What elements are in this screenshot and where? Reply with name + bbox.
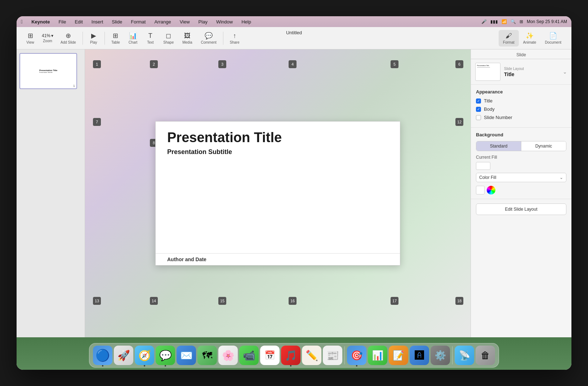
dock: 🔵 🚀 🧭 💬 ✉️ 🗺 [89, 343, 499, 368]
dock-icon-news[interactable]: 📰 [323, 346, 342, 365]
dock-icon-keynote[interactable]: 🎯 [347, 346, 366, 365]
menu-window[interactable]: Window [215, 18, 234, 25]
format-tab-button[interactable]: 🖌 Format [499, 30, 519, 47]
rp-colorwheel-swatch[interactable] [487, 186, 495, 194]
menu-keynote[interactable]: Keynote [30, 18, 51, 25]
rp-background-title: Background [476, 132, 566, 137]
rp-body-checkbox-row: Body [476, 106, 566, 112]
slide-subtitle[interactable]: Presentation Subtitle [167, 148, 388, 156]
rp-white-swatch[interactable] [476, 186, 485, 194]
dock-icon-finder[interactable]: 🔵 [93, 346, 112, 365]
dock-icon-facetime[interactable]: 📹 [239, 346, 259, 365]
dock-icon-photos[interactable]: 🌸 [218, 346, 238, 365]
siri-icon[interactable]: 🎤 [481, 19, 487, 24]
right-panel-tabs: 🖌 Format ✨ Animate 📄 Document [499, 30, 566, 47]
rp-appearance-section: Appearance Title Body Slide Number [471, 85, 571, 128]
media-button[interactable]: 🖼 Media [179, 30, 196, 47]
play-icon: ▶ [91, 32, 96, 40]
rp-layout-thumb-line [477, 67, 490, 67]
dock-icon-airdrop[interactable]: 📡 [455, 346, 474, 365]
dock-icon-safari[interactable]: 🧭 [135, 346, 154, 365]
rp-background-section: Background Standard Dynamic Current Fill… [471, 128, 571, 199]
rp-layout-name: Title [504, 71, 559, 77]
animate-icon: ✨ [526, 32, 534, 40]
chart-button[interactable]: 📊 Chart [125, 30, 141, 47]
rp-title-checkbox[interactable] [476, 98, 481, 104]
rp-edit-layout-btn[interactable]: Edit Slide Layout [476, 203, 566, 215]
slide-canvas[interactable]: Presentation Title Presentation Subtitle… [155, 121, 400, 266]
dock-icon-messages[interactable]: 💬 [156, 346, 175, 365]
shape-button[interactable]: ◻ Shape [160, 30, 177, 47]
menu-play[interactable]: Play [197, 18, 209, 25]
zoom-value[interactable]: 41% ▾ [42, 33, 53, 38]
slide-main-content: Presentation Title Presentation Subtitle [156, 122, 400, 253]
toolbar-separator-1 [83, 32, 83, 45]
text-button[interactable]: T Text [142, 30, 158, 47]
menubar-right: 🎤 ▮▮▮ 📶 🔍 ⊞ Mon Sep 25 9:41 AM [481, 19, 567, 24]
guide-num-15: 15 [218, 297, 226, 305]
rp-slide-number-checkbox[interactable] [476, 115, 481, 120]
chart-icon: 📊 [129, 32, 137, 40]
play-button[interactable]: ▶ Play [86, 30, 102, 47]
dock-separator-1 [344, 346, 345, 364]
datetime: Mon Sep 25 9:41 AM [527, 19, 567, 24]
view-button[interactable]: ⊞ View [22, 30, 38, 47]
search-icon[interactable]: 🔍 [511, 19, 516, 24]
menu-edit[interactable]: Edit [73, 18, 84, 25]
canvas-area[interactable]: 1 2 3 4 5 6 7 8 9 10 11 12 13 14 15 16 1… [85, 49, 471, 337]
rp-layout-info: Slide Layout Title [504, 67, 559, 77]
slide-thumbnail-1[interactable]: Presentation Title Presentation Subtitle… [19, 53, 77, 89]
wifi-icon[interactable]: 📶 [502, 19, 507, 24]
slides-panel: Presentation Title Presentation Subtitle… [17, 49, 85, 337]
menu-view[interactable]: View [178, 18, 191, 25]
dock-icon-pages[interactable]: 📝 [389, 346, 408, 365]
guide-num-18: 18 [455, 297, 463, 305]
comment-button[interactable]: 💬 Comment [197, 30, 220, 47]
rp-layout-thumb-title: Presentation Title [477, 65, 499, 66]
dock-icon-maps[interactable]: 🗺 [197, 346, 217, 365]
menu-arrange[interactable]: Arrange [153, 18, 172, 25]
menu-insert[interactable]: Insert [90, 18, 105, 25]
menu-file[interactable]: File [57, 18, 67, 25]
slide-footer[interactable]: Author and Date [156, 253, 400, 265]
add-slide-button[interactable]: ⊕ Add Slide [57, 30, 80, 47]
rp-body-checkbox[interactable] [476, 107, 481, 112]
dock-icon-music[interactable]: 🎵 [281, 346, 300, 365]
dock-icon-launchpad[interactable]: 🚀 [114, 346, 133, 365]
toolbar-separator-2 [104, 32, 105, 45]
dock-icon-mail[interactable]: ✉️ [177, 346, 196, 365]
control-center-icon[interactable]: ⊞ [520, 19, 523, 24]
apple-menu[interactable]:  [21, 19, 23, 25]
menu-format[interactable]: Format [129, 18, 147, 25]
animate-tab-button[interactable]: ✨ Animate [519, 30, 541, 47]
dock-icon-numbers[interactable]: 📊 [368, 346, 387, 365]
dock-icon-freeform[interactable]: ✏️ [302, 346, 321, 365]
rp-color-fill-select[interactable]: Color Fill ⌄ [476, 173, 566, 182]
rp-standard-btn[interactable]: Standard [476, 141, 521, 151]
comment-icon: 💬 [205, 32, 213, 40]
dock-icon-settings[interactable]: ⚙️ [431, 346, 450, 365]
rp-color-swatches [476, 186, 566, 194]
app-content: Untitled ⊞ View 41% ▾ Zoom ⊕ Add Slide ▶… [17, 27, 571, 337]
rp-slide-number-label: Slide Number [484, 115, 512, 120]
menu-help[interactable]: Help [240, 18, 253, 25]
menu-slide[interactable]: Slide [110, 18, 124, 25]
rp-body-label: Body [484, 106, 495, 112]
guide-num-7: 7 [93, 118, 101, 126]
guide-num-14: 14 [150, 297, 158, 305]
dock-icon-appstore[interactable]: 🅰 [410, 346, 429, 365]
slide-title[interactable]: Presentation Title [167, 130, 388, 145]
zoom-control[interactable]: 41% ▾ Zoom [40, 31, 55, 45]
rp-layout-chevron[interactable]: ⌄ [563, 69, 567, 75]
dock-icon-calendar[interactable]: 📅 [260, 346, 280, 365]
rp-layout-thumbnail: Presentation Title [475, 63, 500, 81]
table-button[interactable]: ⊞ Table [108, 30, 124, 47]
rp-dynamic-btn[interactable]: Dynamic [521, 141, 566, 151]
guide-num-13: 13 [93, 297, 101, 305]
share-button[interactable]: ↑ Share [226, 30, 243, 47]
document-tab-button[interactable]: 📄 Document [540, 30, 566, 47]
guide-num-5: 5 [391, 60, 398, 68]
dock-icon-trash[interactable]: 🗑 [476, 346, 495, 365]
rp-layout-heading: Slide Layout [504, 67, 559, 71]
toolbar-separator-3 [223, 32, 223, 45]
